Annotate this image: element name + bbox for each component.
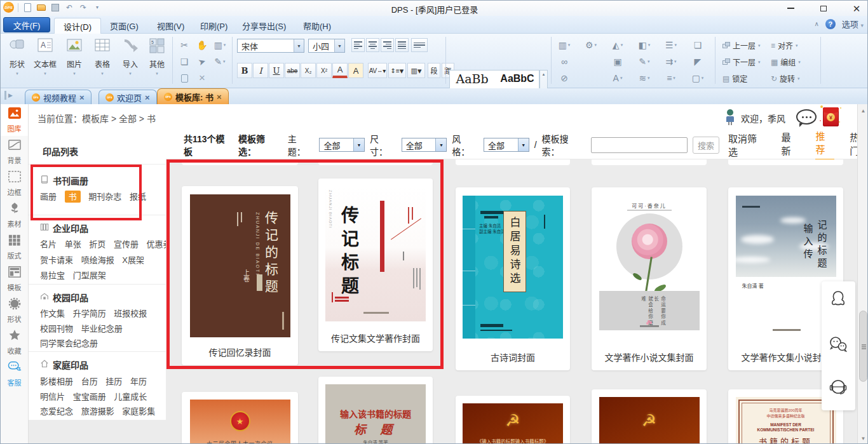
sidebar-item-shape[interactable]: 形状 [1, 295, 28, 326]
format-brush-button[interactable]: ◤ [689, 54, 706, 69]
tab-close-icon[interactable]: × [217, 93, 222, 101]
hyperlink-button[interactable]: ∞ [556, 54, 573, 69]
sidebar-item-favorites[interactable]: 收藏 [1, 326, 28, 358]
link-business-card[interactable]: 名片 [40, 239, 57, 249]
font-size-select[interactable]: 小四▼ [308, 39, 345, 53]
columns-button[interactable]: ▥▾ [407, 63, 425, 78]
insert-shape-button[interactable]: 形状▾ [3, 36, 31, 76]
customer-service-headset-icon[interactable] [827, 377, 849, 398]
link-folded[interactable]: 折页 [89, 239, 105, 249]
scroll-up-icon[interactable]: ▲ [858, 105, 868, 116]
chevron-down-icon[interactable]: ▼ [518, 138, 529, 151]
link-desk-calendar[interactable]: 台历 [81, 377, 98, 386]
collapse-ribbon-icon[interactable]: ∧ [815, 20, 819, 27]
restore-button[interactable] [817, 3, 831, 14]
chevron-down-icon[interactable]: ▾ [73, 71, 76, 76]
link-roll-up[interactable]: 易拉宝 [40, 271, 65, 280]
link-album[interactable]: 画册 [40, 192, 57, 201]
link-class-paper[interactable]: 班报校报 [114, 309, 147, 318]
superscript-button[interactable]: X² [316, 63, 332, 78]
line-weight-button[interactable]: ≡▾ [663, 71, 679, 86]
chevron-down-icon[interactable]: ▼ [353, 138, 364, 151]
import-button[interactable]: 导入▾ [116, 36, 144, 76]
template-card-party-red-2[interactable]: ☭ [592, 389, 707, 444]
template-card-biography-literature[interactable]: ZHUANJI BIAOTI 传记标题 [318, 178, 433, 351]
minimize-button[interactable] [783, 3, 797, 14]
menu-tab-page[interactable]: 页面(G) [101, 18, 147, 34]
style-filter-select[interactable]: 全部▼ [484, 138, 529, 152]
outline-pen-button[interactable]: ✎▾ [636, 54, 653, 69]
paragraph-settings-button[interactable]: 段 [428, 63, 440, 78]
menu-tab-design[interactable]: 设计(D) [54, 18, 101, 34]
tab-close-icon[interactable]: × [145, 93, 150, 102]
link-flyer[interactable]: 单张 [65, 239, 81, 249]
template-card-party-red-1[interactable]: ☭ 《输入书籍的标题输入书籍标题》 [456, 396, 570, 444]
menu-file-button[interactable]: 文件(F) [3, 17, 50, 32]
fill-color-button[interactable]: ◧▾ [636, 37, 653, 53]
font-family-select[interactable]: 宋体▼ [237, 39, 304, 53]
insert-table-button[interactable]: 表格▾ [88, 36, 116, 76]
insert-other-button[interactable]: 5 其他▾ [143, 36, 171, 76]
distribute-button[interactable]: ⇉▾ [663, 54, 679, 69]
link-baby-album[interactable]: 宝宝画册 [73, 392, 106, 401]
red-envelope-icon[interactable]: ¥ [823, 107, 839, 126]
wechat-icon[interactable] [827, 333, 849, 355]
link-family-album[interactable]: 家庭影集 [122, 407, 155, 416]
align-objects-button[interactable]: ≡对齐▾ [771, 40, 798, 51]
link-love-memorial[interactable]: 恋爱纪念 [40, 407, 73, 416]
italic-button[interactable]: I [253, 63, 268, 78]
help-icon[interactable]: ? [825, 19, 836, 29]
sidebar-item-template[interactable]: 模板 [1, 263, 28, 295]
chevron-down-icon[interactable]: ▼ [435, 138, 446, 151]
effects-gear-button[interactable]: ⚙▾ [583, 37, 599, 53]
align-center-button[interactable] [366, 38, 379, 52]
link-school-resume[interactable]: 升学简历 [73, 309, 106, 318]
shape-edit-button[interactable]: ✎▾ [212, 54, 228, 69]
align-left-button[interactable] [351, 38, 365, 52]
message-bubble-icon[interactable] [796, 109, 817, 124]
bold-button[interactable]: B [237, 63, 252, 78]
copy-button[interactable]: ❏ [176, 54, 193, 69]
link-book-active[interactable]: 书 [65, 191, 81, 203]
delete-button[interactable]: × [194, 71, 210, 86]
scroll-down-icon[interactable]: ▼ [858, 433, 868, 443]
vertical-text-button[interactable] [411, 38, 428, 52]
link-reunion-album[interactable]: 同学聚会纪念册 [40, 339, 98, 348]
menu-tab-help[interactable]: 帮助(H) [294, 18, 340, 34]
line-spacing-button[interactable]: ⇕≡▾ [388, 63, 406, 78]
align-justify-button[interactable] [395, 38, 409, 52]
wordart-style-button[interactable]: A▾ [609, 71, 626, 86]
chevron-down-icon[interactable]: ▾ [44, 71, 46, 76]
insert-image-button[interactable]: 图片▾ [60, 36, 88, 76]
send-backward-button[interactable]: 下一层▾ [722, 57, 761, 67]
sidebar-item-border[interactable]: 边框 [1, 168, 28, 199]
breadcrumb[interactable]: 当前位置：模板库 > 全部 > 书 [37, 112, 156, 124]
cancel-filter-button[interactable]: 取消筛选 [728, 131, 766, 158]
chevron-down-icon[interactable]: ▼ [334, 39, 344, 52]
text-highlight-button[interactable]: A [348, 63, 363, 78]
sidebar-item-gallery[interactable]: 图库 [1, 104, 28, 136]
link-greeting-card[interactable]: 贺卡请柬 [40, 255, 73, 265]
search-button[interactable]: 搜索 [693, 137, 719, 154]
chevron-down-icon[interactable]: ▼ [294, 39, 304, 52]
link-inkjet-poster[interactable]: 喷绘海报 [81, 255, 114, 265]
rotate-object-button[interactable]: ↻旋转▾ [771, 73, 800, 84]
sort-newest[interactable]: 最新 [782, 130, 801, 160]
tab-close-icon[interactable]: × [79, 93, 85, 102]
spellcheck-button[interactable]: ▣ [609, 54, 626, 69]
vertical-scrollbar[interactable]: ▲ ▼ [857, 104, 868, 444]
insert-textbox-button[interactable]: A 文本框▾ [31, 36, 59, 76]
align-right-button[interactable] [381, 38, 394, 52]
sidebar-item-customer-service[interactable]: 客服 [1, 358, 28, 390]
section-book-album[interactable]: 书刊画册 [40, 174, 88, 187]
link-periodical[interactable]: 期刊杂志 [88, 192, 121, 201]
doc-tab-video-tutorial[interactable]: DPS 视频教程 × [25, 90, 92, 104]
underline-button[interactable]: U [269, 63, 284, 78]
doc-tab-welcome[interactable]: DPS 欢迎页 × [98, 90, 157, 104]
sidebar-item-material[interactable]: 素材 [1, 199, 28, 231]
chevron-down-icon[interactable]: ▾ [101, 71, 104, 76]
wordart-slant-button[interactable]: ◭▾ [609, 37, 626, 53]
layer-copy-button[interactable]: ❏ [689, 37, 706, 53]
scroll-up-icon[interactable]: ▲ [542, 72, 546, 76]
section-enterprise[interactable]: 企业印品 [40, 222, 88, 234]
